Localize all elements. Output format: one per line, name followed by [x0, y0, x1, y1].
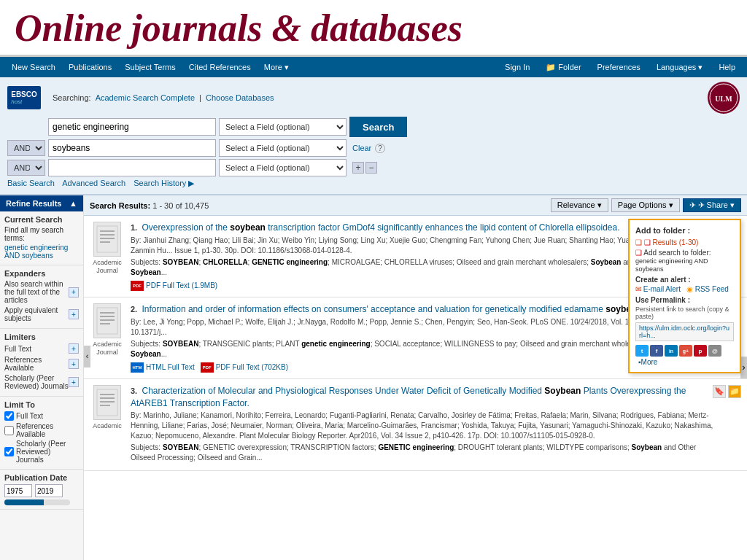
field-select-3[interactable]: Select a Field (optional)	[219, 159, 347, 176]
ebsco-logo-inner: EBSCO host	[11, 91, 37, 105]
page-title-bar: Online journals & databases	[0, 0, 747, 57]
limiter-add-btn-2[interactable]: +	[69, 359, 79, 369]
nav-help[interactable]: Help	[713, 60, 741, 74]
share-btn[interactable]: ✈ ✈ Share ▾	[683, 198, 741, 212]
nav-new-search[interactable]: New Search	[6, 60, 61, 74]
expander-add-btn-1[interactable]: +	[69, 287, 79, 298]
nav-preferences[interactable]: Preferences	[592, 60, 646, 74]
search-links-row: Basic Search Advanced Search Search Hist…	[7, 179, 740, 188]
field-select-2[interactable]: Select a Field (optional)	[219, 139, 347, 157]
limit-checkbox-scholarly: Scholarly (Peer Reviewed) Journals	[4, 440, 79, 464]
result-title-1[interactable]: Overexpression of the soybean transcript…	[142, 222, 620, 233]
ulm-logo: ULM	[708, 82, 740, 114]
checkbox-refs[interactable]	[4, 426, 14, 435]
checkbox-scholarly-label: Scholarly (Peer Reviewed) Journals	[16, 440, 79, 464]
search-top-row: EBSCO host Searching: Academic Search Co…	[7, 82, 740, 114]
help-icon: ?	[375, 144, 385, 153]
facebook-btn[interactable]: f	[650, 345, 663, 357]
more-link[interactable]: ▪More	[638, 358, 657, 366]
nav-publications[interactable]: Publications	[63, 60, 117, 74]
pub-date-slider[interactable]	[4, 499, 70, 505]
plus-minus-btns: + −	[352, 162, 377, 174]
search-button[interactable]: Search	[349, 117, 407, 137]
twitter-btn[interactable]: t	[635, 345, 649, 357]
limiter-add-btn-1[interactable]: +	[69, 343, 79, 354]
search-history-link[interactable]: Search History ▶	[133, 179, 194, 187]
limiter-add-btn-3[interactable]: +	[69, 377, 79, 387]
nav-sign-in[interactable]: Sign In	[499, 60, 535, 74]
sidebar-current-search-title: Current Search	[4, 215, 79, 224]
nav-bar: New Search Publications Subject Terms Ci…	[0, 57, 747, 77]
permalink-box[interactable]: https://ulm.idm.oclc.org/login?url=h...	[635, 322, 734, 341]
bookmark-icon-3[interactable]: 🔖	[713, 385, 726, 398]
search-container: EBSCO host Searching: Academic Search Co…	[0, 77, 747, 195]
results-area: Search Results: 1 - 30 of 10,475 Relevan…	[84, 195, 747, 560]
pinterest-btn[interactable]: p	[694, 345, 707, 357]
sidebar-collapse-icon[interactable]: ▲	[69, 199, 77, 208]
relevance-btn[interactable]: Relevance ▾	[551, 198, 608, 212]
rss-feed-link[interactable]: ◉ RSS Feed	[686, 285, 729, 293]
share-alert-row: ✉ E-mail Alert ◉ RSS Feed	[635, 285, 734, 293]
nav-right: Sign In 📁 Folder Preferences Languages ▾…	[499, 60, 741, 75]
email-social-btn[interactable]: @	[708, 345, 721, 357]
pdf-link-1[interactable]: PDF PDF Full Text (1.9MB)	[131, 281, 217, 291]
result-thumb-img-1	[93, 222, 121, 257]
pdf-link-2[interactable]: PDF PDF Full Text (702KB)	[201, 362, 288, 373]
html-link-2[interactable]: HTM HTML Full Text	[131, 362, 195, 373]
checkbox-full-text[interactable]	[4, 411, 14, 421]
search-input-2[interactable]	[48, 139, 216, 157]
sep: |	[199, 93, 201, 102]
sidebar-current-search: Current Search Find all my search terms:…	[0, 211, 83, 265]
result-type-1: AcademicJournal	[93, 259, 122, 275]
nav-more[interactable]: More ▾	[258, 60, 295, 75]
choose-db-link[interactable]: Choose Databases	[206, 93, 274, 102]
expander-full-text: Also search within the full text of the …	[4, 280, 79, 304]
pdf-icon-1: PDF	[131, 281, 144, 291]
limit-checkbox-full-text: Full Text	[4, 411, 79, 421]
add-row-btn[interactable]: +	[352, 162, 364, 174]
pub-date-to[interactable]	[35, 484, 63, 497]
expander-add-btn-2[interactable]: +	[69, 309, 79, 319]
permalink-label: Use Permalink :	[635, 296, 734, 304]
nav-folder[interactable]: 📁 Folder	[540, 60, 587, 75]
nav-languages[interactable]: Languages ▾	[651, 60, 709, 75]
social-row: t f in g+ p @ ▪More	[635, 345, 734, 366]
svg-rect-15	[100, 401, 115, 402]
search-input-1[interactable]	[48, 118, 216, 136]
html-icon-2: HTM	[131, 362, 144, 373]
svg-rect-3	[100, 230, 115, 232]
checkbox-refs-label: References Available	[16, 422, 79, 438]
create-alert-title: Create an alert :	[635, 276, 734, 284]
expander-equiv-label: Apply equivalent subjects	[4, 306, 69, 322]
remove-row-btn[interactable]: −	[365, 162, 377, 174]
checkbox-scholarly[interactable]	[4, 447, 14, 456]
result-title-2[interactable]: Information and order of information eff…	[142, 304, 644, 314]
share-results-link[interactable]: ❑ Results (1-30)	[635, 238, 734, 246]
expander-full-text-label: Also search within the full text of the …	[4, 280, 69, 304]
result-title-3[interactable]: Characterization of Molecular and Physio…	[131, 386, 686, 408]
linkedin-btn[interactable]: in	[665, 345, 678, 357]
bool-select-3[interactable]: AND ▾ OR NOT	[7, 160, 45, 176]
google-btn[interactable]: g+	[679, 345, 692, 357]
pub-date-from[interactable]	[4, 484, 32, 497]
nav-cited-references[interactable]: Cited References	[183, 60, 257, 74]
right-collapse-btn[interactable]: ›	[740, 357, 747, 378]
email-alert-link[interactable]: ✉ E-mail Alert	[635, 285, 681, 293]
clear-link[interactable]: Clear ?	[352, 144, 385, 152]
main-area: ‹ Refine Results ▲ Current Search Find a…	[0, 195, 747, 560]
page-title: Online journals & databases	[15, 7, 732, 49]
database-link[interactable]: Academic Search Complete	[96, 93, 195, 102]
field-select-1[interactable]: Select a Field (optional)	[219, 118, 347, 136]
share-popup-title: Add to folder :	[635, 226, 734, 235]
basic-search-link[interactable]: Basic Search	[7, 179, 55, 187]
result-number-1: 1.	[131, 223, 137, 232]
search-input-3[interactable]	[48, 159, 216, 176]
page-options-btn[interactable]: Page Options ▾	[611, 198, 680, 212]
results-count: Search Results: 1 - 30 of 10,475	[90, 201, 209, 210]
searching-label: Searching: Academic Search Complete | Ch…	[53, 93, 274, 102]
bool-select-2[interactable]: AND ▾ OR NOT	[7, 140, 45, 156]
advanced-search-link[interactable]: Advanced Search	[62, 179, 125, 187]
sidebar-collapse-btn[interactable]: ‹	[84, 346, 90, 368]
folder-icon-3[interactable]: 📁	[728, 385, 741, 398]
nav-subject-terms[interactable]: Subject Terms	[119, 60, 182, 74]
